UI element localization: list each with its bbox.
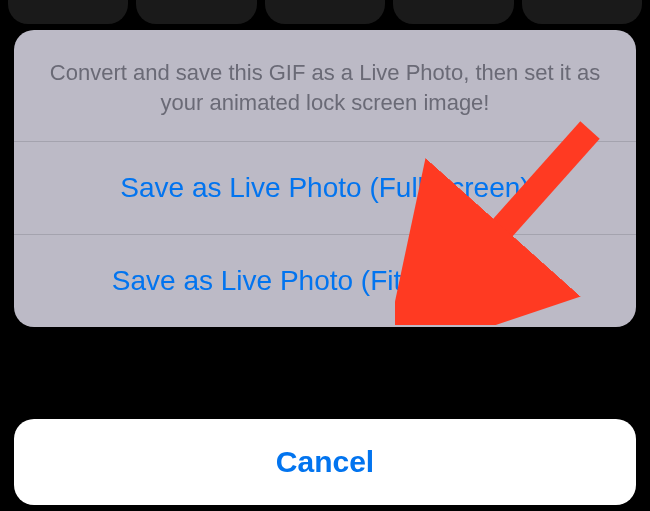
action-sheet-description: Convert and save this GIF as a Live Phot… <box>46 58 604 117</box>
tab-segment <box>136 0 256 24</box>
action-sheet: Convert and save this GIF as a Live Phot… <box>14 30 636 327</box>
option-label: Save as Live Photo (Full Screen) <box>46 172 604 204</box>
cancel-label: Cancel <box>46 445 604 479</box>
cancel-button[interactable]: Cancel <box>14 419 636 505</box>
action-sheet-header: Convert and save this GIF as a Live Phot… <box>14 30 636 142</box>
top-tab-bar <box>0 0 650 24</box>
option-label: Save as Live Photo (Fit to Screen) <box>46 265 604 297</box>
tab-segment <box>393 0 513 24</box>
save-full-screen-option[interactable]: Save as Live Photo (Full Screen) <box>14 142 636 235</box>
save-fit-to-screen-option[interactable]: Save as Live Photo (Fit to Screen) <box>14 235 636 327</box>
tab-segment <box>265 0 385 24</box>
tab-segment <box>8 0 128 24</box>
tab-segment <box>522 0 642 24</box>
